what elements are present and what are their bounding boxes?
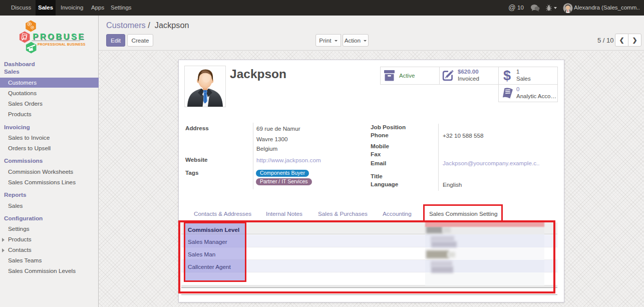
svg-text:PROBUSE: PROBUSE bbox=[33, 32, 85, 41]
svg-text:PROFESSIONAL BUSINESS: PROFESSIONAL BUSINESS bbox=[38, 43, 86, 46]
